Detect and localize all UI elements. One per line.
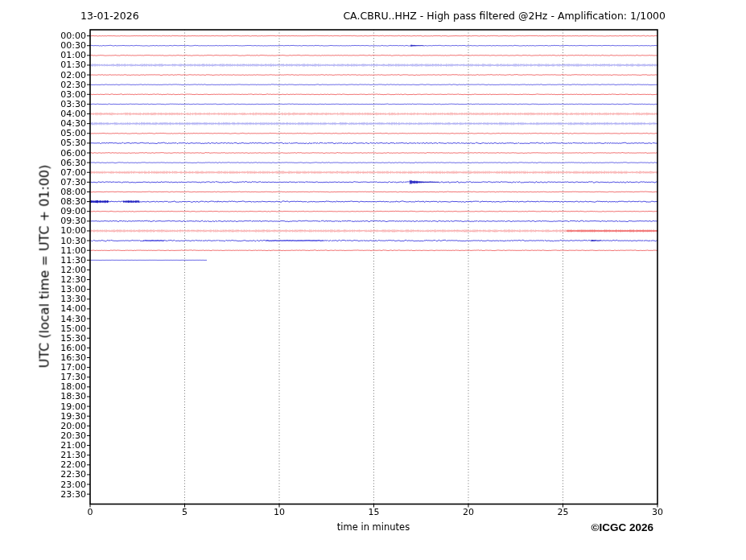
y-tick-label: 23:00 [60, 480, 86, 489]
x-axis-label: time in minutes [337, 521, 410, 533]
plot-date: 13-01-2026 [80, 10, 139, 22]
y-tick-label: 20:00 [60, 422, 86, 430]
y-tick-label: 10:30 [60, 237, 86, 245]
y-tick-label: 07:30 [60, 178, 86, 187]
y-tick-label: 08:30 [60, 197, 86, 206]
y-axis-label: UTC (local time = UTC + 01:00) [37, 165, 52, 369]
y-tick-label: 10:00 [60, 226, 86, 235]
y-tick-label: 12:00 [60, 266, 86, 274]
y-tick-label: 19:00 [60, 402, 86, 411]
y-tick-label: 22:00 [60, 460, 86, 469]
y-tick-label: 16:30 [60, 353, 86, 362]
y-tick-label: 08:00 [60, 187, 86, 196]
plot-title: CA.CBRU..HHZ - High pass filtered @2Hz -… [343, 10, 666, 22]
y-tick-label: 00:00 [60, 31, 86, 40]
y-tick-label: 03:00 [60, 90, 86, 99]
y-tick-label: 05:30 [60, 138, 86, 147]
y-tick-label: 23:30 [60, 490, 86, 499]
y-tick-label: 09:30 [60, 216, 86, 225]
x-tick-label: 30 [652, 508, 663, 517]
x-tick-label: 25 [558, 508, 569, 517]
y-tick-label: 06:00 [60, 149, 86, 158]
y-tick-label: 13:30 [60, 294, 86, 303]
x-tick-label: 15 [369, 508, 380, 517]
y-tick-label: 14:30 [60, 315, 86, 323]
y-tick-label: 15:00 [60, 324, 86, 333]
seismogram-plot [0, 0, 746, 560]
y-tick-label: 18:00 [60, 382, 86, 391]
y-tick-label: 19:30 [60, 412, 86, 421]
y-tick-label: 15:30 [60, 334, 86, 343]
y-tick-label: 09:00 [60, 207, 86, 216]
copyright-label: ©ICGC 2026 [591, 521, 653, 533]
y-tick-label: 03:30 [60, 100, 86, 109]
helicorder-figure: 13-01-2026 CA.CBRU..HHZ - High pass filt… [0, 0, 746, 560]
y-tick-label: 00:30 [60, 41, 86, 50]
y-tick-label: 17:30 [60, 373, 86, 381]
x-tick-label: 0 [88, 508, 93, 517]
x-tick-label: 20 [463, 508, 474, 517]
y-tick-label: 18:30 [60, 392, 86, 401]
y-tick-label: 11:30 [60, 256, 86, 265]
y-tick-label: 14:00 [60, 304, 86, 313]
y-tick-label: 11:00 [60, 246, 86, 255]
y-tick-label: 16:00 [60, 344, 86, 352]
y-tick-label: 02:30 [60, 80, 86, 89]
y-tick-label: 22:30 [60, 470, 86, 479]
y-tick-label: 13:00 [60, 285, 86, 294]
y-tick-label: 20:30 [60, 431, 86, 440]
x-tick-label: 5 [182, 508, 188, 517]
y-tick-label: 07:00 [60, 168, 86, 177]
y-tick-label: 21:30 [60, 451, 86, 459]
y-tick-label: 06:30 [60, 159, 86, 167]
y-tick-label: 01:30 [60, 60, 86, 69]
y-tick-label: 01:00 [60, 51, 86, 60]
x-tick-label: 10 [274, 508, 285, 517]
y-tick-label: 02:00 [60, 71, 86, 80]
y-tick-label: 04:00 [60, 109, 86, 118]
y-tick-label: 21:00 [60, 441, 86, 450]
y-tick-label: 17:00 [60, 363, 86, 372]
y-tick-label: 05:00 [60, 129, 86, 138]
y-tick-label: 12:30 [60, 275, 86, 284]
y-tick-label: 04:30 [60, 119, 86, 128]
